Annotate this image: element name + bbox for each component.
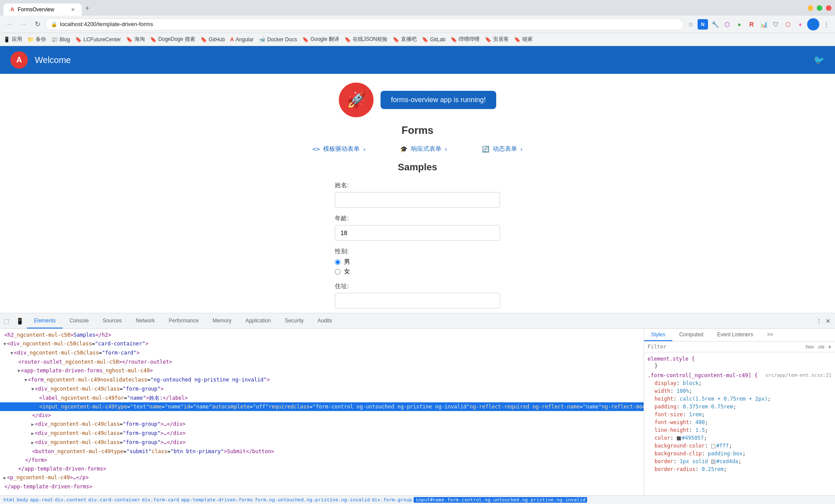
cls-button[interactable]: .cls [817,344,825,349]
gender-female-option[interactable]: 女 [335,268,500,275]
extension-icon-4[interactable]: ● [734,19,745,30]
breadcrumb-app-root[interactable]: app-root [30,497,53,503]
breadcrumb-html[interactable]: html [3,497,15,503]
bookmark-blog[interactable]: 📰Blog [51,36,70,43]
breadcrumb-form-card[interactable]: div.form-card [142,497,179,503]
bookmark-anjuke[interactable]: 🔖安居客 [485,36,509,43]
styles-filter-input[interactable] [648,344,802,350]
dom-line-9[interactable]: <input _ngcontent-mul-c49 type="text" na… [0,402,644,411]
extension-icon-8[interactable]: ⬡ [783,19,793,30]
breadcrumb-body[interactable]: body [17,497,29,503]
address-input[interactable] [335,293,500,308]
hov-button[interactable]: :hov [805,344,814,349]
breadcrumb-form[interactable]: form.ng-untouched.ng-pristine.ng-invalid [255,497,370,503]
reactive-forms-link[interactable]: 🎓 响应式表单 › [400,145,447,153]
dom-line-14[interactable]: <button _ngcontent-mul-c49 type="submit"… [0,447,644,456]
back-button[interactable]: ← [3,18,16,30]
bookmark-angular[interactable]: AAngular [230,36,254,43]
bookmark-lcfuture[interactable]: 🔖LCFutureCenter [75,36,121,43]
gender-male-option[interactable]: 男 [335,258,500,266]
extension-icon-9[interactable]: ♦ [795,19,805,30]
dom-line-2[interactable]: <div _ngcontent-mul-c50 class="card-cont… [0,339,644,348]
extension-icon-7[interactable]: 🛡 [771,19,781,30]
extension-icon-1[interactable]: N [698,19,708,30]
bookmark-star-icon[interactable]: ☆ [685,19,696,30]
breadcrumb-div-content[interactable]: div.content [55,497,87,503]
dom-line-4[interactable]: <router-outlet _ngcontent-mul-c50 ></rou… [0,358,644,366]
dom-line-17[interactable]: <p _ngcontent-mul-c49 >…</p> [0,473,644,482]
bookmark-backup[interactable]: 📁备份 [27,36,46,43]
tab-security[interactable]: Security [278,313,311,328]
dom-line-6[interactable]: <form _ngcontent-mul-c49 novalidate clas… [0,375,644,385]
breadcrumb-app-forms[interactable]: app-template-driven-forms [181,497,253,503]
collapse-triangle[interactable] [31,439,34,447]
bookmark-lianjia[interactable]: 🔖链家 [514,36,533,43]
extension-icon-5[interactable]: R [746,19,757,30]
dom-line-3[interactable]: <div _ngcontent-mul-c50 class="form-card… [0,348,644,358]
extension-icon-3[interactable]: ⬡ [722,19,732,30]
bookmark-json[interactable]: 🔖在线JSON校验 [344,36,387,43]
dom-line-11[interactable]: <div _ngcontent-mul-c49 class="form-grou… [0,420,644,429]
minimize-button[interactable] [808,5,813,11]
bookmark-apps[interactable]: 📱应用 [3,36,22,43]
collapse-triangle[interactable] [24,376,27,384]
devtools-more-button[interactable]: ⋮ [815,317,823,325]
maximize-button[interactable] [817,5,822,11]
tab-application[interactable]: Application [238,313,278,328]
collapse-triangle[interactable] [31,385,34,393]
tab-sources[interactable]: Sources [96,313,129,328]
dom-line-8[interactable]: <label _ngcontent-mul-c49 for="name" > 姓… [0,394,644,402]
new-tab-button[interactable]: + [82,1,93,16]
inspect-element-button[interactable]: ⬚ [0,314,13,328]
dom-line-1[interactable]: <h2 _ngcontent-mul-c50 > Samples </h2> [0,331,644,339]
collapse-triangle[interactable] [31,421,34,428]
tab-performance[interactable]: Performance [162,313,206,328]
collapse-triangle[interactable] [3,340,6,348]
breadcrumb-card-container[interactable]: div.card-container [88,497,140,503]
dom-line-13[interactable]: <div _ngcontent-mul-c49 class="form-grou… [0,438,644,447]
reload-button[interactable]: ↻ [31,18,43,30]
collapse-triangle[interactable] [3,474,6,482]
tab-close-button[interactable]: ✕ [71,7,75,13]
dom-line-7[interactable]: <div _ngcontent-mul-c49 class="form-grou… [0,385,644,394]
bookmark-dogedoge[interactable]: 🔖DogeDoge 搜索 [150,36,195,43]
breadcrumb-input-selected[interactable]: input#name.form-control.ng-untouched.ng-… [414,497,587,503]
dom-line-16[interactable]: </app-template-driven-forms> [0,464,644,473]
dom-line-15[interactable]: </form> [0,456,644,464]
user-profile-icon[interactable]: 👤 [807,18,819,30]
tab-elements[interactable]: Elements [27,313,63,328]
breadcrumb-div-form-group[interactable]: div.form-group [372,497,412,503]
dom-line-12[interactable]: <div _ngcontent-mul-c49 class="form-grou… [0,429,644,438]
bookmark-haitao[interactable]: 🔖海淘 [126,36,145,43]
add-style-button[interactable]: + [828,343,832,350]
collapse-triangle[interactable] [10,349,13,357]
active-tab[interactable]: A FormsOverview ✕ [3,3,82,16]
gender-male-radio[interactable] [335,259,341,265]
dynamic-forms-link[interactable]: 🔄 动态表单 › [482,145,523,153]
devtools-close-button[interactable]: ✕ [825,317,832,325]
name-input[interactable] [335,192,500,208]
dom-line-18[interactable]: </app-template-driven-forms> [0,482,644,491]
template-forms-link[interactable]: <> 模板驱动表单 › [313,145,366,153]
styles-tab-event-listeners[interactable]: Event Listeners [710,329,760,341]
close-button[interactable] [826,5,832,11]
dom-line-10[interactable]: </div> [0,411,644,420]
bookmark-gitlab[interactable]: 🔖GitLab [422,36,445,43]
bookmark-translate[interactable]: 🔖Google 翻译 [302,36,339,43]
forward-button[interactable]: → [17,18,30,30]
styles-tab-more[interactable]: >> [760,329,780,341]
bookmark-bilibili[interactable]: 🔖哔哩哔哩 [451,36,480,43]
gender-female-radio[interactable] [335,269,341,275]
styles-tab-styles[interactable]: Styles [644,329,672,341]
tab-console[interactable]: Console [63,313,96,328]
menu-icon[interactable]: ⋮ [821,19,832,30]
age-input[interactable] [335,225,500,241]
tab-network[interactable]: Network [129,313,162,328]
device-toggle-button[interactable]: 📱 [13,314,27,328]
bookmark-zhibo[interactable]: 🔖直播吧 [393,36,417,43]
dom-line-5[interactable]: <app-template-driven-forms _nghost-mul-c… [0,366,644,375]
extension-icon-2[interactable]: 🔧 [710,19,720,30]
twitter-icon[interactable]: 🐦 [814,55,825,65]
bookmark-docker[interactable]: 🐋Docker Docs [259,36,297,43]
bookmark-github[interactable]: 🔖GitHub [200,36,225,43]
